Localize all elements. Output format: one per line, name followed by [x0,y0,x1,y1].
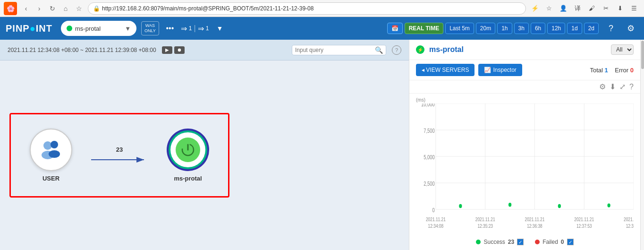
realtime-button[interactable]: REAL TIME [405,23,443,34]
right-panel-app-icon [416,45,424,54]
error-count: 0 [630,67,634,74]
download-btn[interactable]: ⬇ [614,2,626,15]
user-icon [38,137,64,163]
video-buttons: ▶ ⏺ [162,46,185,54]
chart-container: (ms) 10,000 7,500 5,000 2,500 0 [409,94,640,250]
link-in-icon: ⇒ [181,24,187,33]
1h-button[interactable]: 1h [497,23,512,34]
query-input[interactable] [295,47,373,53]
browser-nav-buttons: ‹ › ↻ ⌂ ☆ [20,2,85,15]
record-button[interactable]: ⏺ [174,46,185,54]
right-scrollbar[interactable] [640,40,644,250]
chart-settings-button[interactable]: ⚙ [599,82,606,91]
failed-label: Failed [542,239,558,245]
link-dropdown[interactable]: ▼ [213,22,226,34]
inspector-button[interactable]: 📈 Inspector [478,64,522,76]
translate-btn[interactable]: 译 [571,2,584,15]
success-dot [476,240,481,244]
failed-checkbox[interactable]: ✓ [567,239,574,245]
url-text: http://192.168.2.60:8079/main/ms-protal@… [102,5,314,12]
total-error-info: Total 1 Error 0 [590,67,634,74]
calendar-button[interactable]: 📅 [387,23,403,34]
svg-text:12:35:23: 12:35:23 [477,223,493,229]
power-icon-svg [181,143,195,157]
chart-help-button[interactable]: ? [629,83,634,91]
account-btn[interactable]: 👤 [557,2,569,15]
svg-text:2021.11.21: 2021.11.21 [525,216,545,222]
app-selector[interactable]: ms-protal ▼ [61,21,136,36]
time-range-text: 2021.11.21 12:34:08 +08:00 ~ 2021.11.21 … [8,47,156,53]
link-out-count: 1 [206,25,209,32]
svg-text:2,500: 2,500 [424,180,435,187]
back-button[interactable]: ‹ [20,2,32,15]
query-input-wrapper[interactable]: 🔍 [292,45,386,55]
play-button[interactable]: ▶ [162,46,172,54]
arrow-line [91,155,148,164]
view-servers-button[interactable]: ◂ VIEW SERVERS [416,64,475,76]
app-status-dot [67,26,72,31]
12h-button[interactable]: 12h [547,23,565,34]
20m-button[interactable]: 20m [476,23,495,34]
right-panel-app-name: ms-protal [429,45,464,54]
1d-button[interactable]: 1d [567,23,582,34]
selection-box: USER 23 [9,113,229,198]
query-bar: 2021.11.21 12:34:08 +08:00 ~ 2021.11.21 … [0,40,409,60]
svg-point-26 [607,203,610,207]
was-only-button[interactable]: WAS ONLY [141,21,159,35]
more-options-btn[interactable]: ••• [164,22,176,34]
scissor-btn[interactable]: ✂ [600,2,612,15]
3h-button[interactable]: 3h [514,23,529,34]
chart-download-button[interactable]: ⬇ [610,82,616,91]
app-node[interactable]: ms-protal [167,129,209,182]
extension-btn[interactable]: ⚡ [529,2,541,15]
forward-button[interactable]: › [33,2,45,15]
app-node-label: ms-protal [174,175,202,182]
svg-point-23 [459,204,462,208]
success-label: Success [483,239,505,245]
paint-btn[interactable]: 🖌 [585,2,598,15]
help-button[interactable]: ? [603,21,619,36]
svg-text:7,500: 7,500 [424,127,435,134]
link-out-icon: ⇒ [198,24,204,33]
right-panel-header: ms-protal All [409,40,640,60]
total-label: Total [590,67,602,74]
chart-expand-button[interactable]: ⤢ [619,82,626,91]
browser-actions: ⚡ ☆ 👤 译 🖌 ✂ ⬇ ☰ [529,2,640,15]
svg-point-24 [508,203,511,207]
star-btn[interactable]: ☆ [543,2,555,15]
left-panel: 2021.11.21 12:34:08 +08:00 ~ 2021.11.21 … [0,40,409,250]
filter-select[interactable]: All [611,44,634,55]
6h-button[interactable]: 6h [531,23,545,34]
app-selector-arrow: ▼ [125,25,131,32]
svg-text:12:34:08: 12:34:08 [428,223,444,229]
home-button[interactable]: ⌂ [59,2,72,15]
last5m-button[interactable]: Last 5m [445,23,474,34]
time-controls: 📅 REAL TIME Last 5m 20m 1h 3h 6h 12h 1d … [387,23,599,34]
search-icon[interactable]: 🔍 [375,46,383,54]
chart-wrap: 10,000 7,500 5,000 2,500 0 [416,103,634,236]
success-checkbox[interactable]: ✓ [517,239,524,245]
2d-button[interactable]: 2d [584,23,599,34]
query-help-icon[interactable]: ? [392,45,401,55]
bookmark-button[interactable]: ☆ [73,2,85,15]
right-panel: ms-protal All ◂ VIEW SERVERS 📈 Inspector… [409,40,640,250]
scrollbar-thumb[interactable] [641,41,644,69]
link-in-count: 1 [189,25,192,32]
svg-point-2 [51,141,58,148]
user-node[interactable]: USER [30,129,72,182]
menu-btn[interactable]: ☰ [628,2,640,15]
arrow-svg [91,155,148,164]
refresh-button[interactable]: ↻ [46,2,59,15]
svg-text:12:39:08: 12:39:08 [626,223,634,229]
user-node-label: USER [42,175,59,182]
failed-dot [535,240,540,244]
svg-text:2021.11.21: 2021.11.21 [574,216,594,222]
svg-point-3 [49,150,60,158]
settings-button[interactable]: ⚙ [623,21,638,36]
url-bar[interactable]: 🔒 http://192.168.2.60:8079/main/ms-prota… [88,2,526,15]
link-buttons: ⇒ 1 | ⇒ 1 [181,24,209,33]
spring-icon [176,138,200,162]
was-only-label: WAS [145,23,155,28]
error-label: Error [615,67,628,74]
chart-icon: 📈 [484,67,491,73]
